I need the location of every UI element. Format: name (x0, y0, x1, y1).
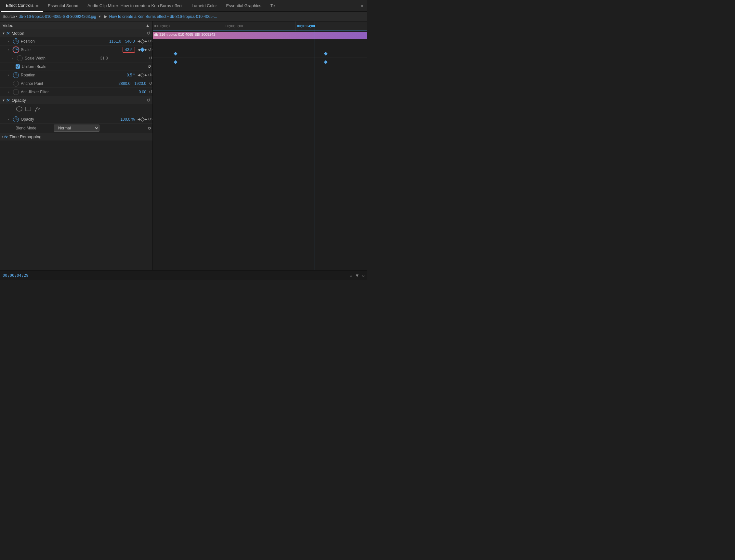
timeline-ruler: 00;00;00;00 00;00;02;00 00;00;04;00 (153, 21, 367, 31)
blend-mode-select[interactable]: Normal Dissolve Multiply Screen Overlay (54, 125, 100, 132)
bottom-circle-left[interactable]: ○ (350, 273, 352, 278)
blend-mode-reset-button[interactable]: ↺ (148, 126, 151, 131)
position-goto-next[interactable]: › (152, 39, 153, 43)
uniform-scale-reset-button[interactable]: ↺ (148, 64, 151, 69)
position-next-keyframe[interactable]: ▶ (145, 39, 147, 43)
source-dropdown-icon[interactable]: ▼ (98, 15, 101, 18)
opacity-label: Opacity (21, 117, 57, 122)
anti-flicker-reset-button[interactable]: ↺ (149, 89, 153, 94)
video-collapse-button[interactable]: ▲ (145, 23, 150, 28)
scale-width-expand-arrow[interactable]: › (12, 57, 16, 60)
opacity-reset-button[interactable]: ↺ (147, 98, 151, 103)
tab-audio-clip-mixer-label: Audio Clip Mixer: How to create a Ken Bu… (87, 3, 182, 8)
position-stopwatch-icon[interactable] (13, 38, 19, 44)
anti-flicker-label: Anti-flicker Filter (21, 90, 57, 94)
blend-mode-row: Blend Mode Normal Dissolve Multiply Scre… (0, 124, 153, 133)
timeline-clip[interactable]: db-316-tropics-010-4065-SBI-3009242 (153, 32, 367, 39)
rectangle-mask-button[interactable] (25, 105, 32, 113)
rotation-next-keyframe[interactable]: ▶ (145, 73, 147, 77)
pen-mask-button[interactable] (34, 105, 41, 113)
rotation-keyframe-diamond[interactable] (140, 73, 145, 77)
rotation-reset-button[interactable]: ↺ (148, 73, 152, 77)
opacity-goto-next[interactable]: › (152, 117, 153, 121)
scale-keyframe-controls: ◀ ▶ (138, 48, 147, 51)
bottom-circle-right[interactable]: ○ (362, 273, 365, 278)
tab-effect-controls[interactable]: Effect Controls ☰ (1, 0, 43, 12)
anchor-point-reset-button[interactable]: ↺ (149, 81, 153, 86)
scale-timeline-keyframe-2[interactable] (324, 60, 328, 64)
video-label: Video (3, 23, 13, 28)
motion-keyframe-lane (153, 49, 367, 66)
opacity-value[interactable]: 100.0 % (121, 117, 135, 122)
opacity-expand-arrow[interactable]: › (8, 118, 12, 121)
tab-effect-controls-label: Effect Controls (6, 3, 33, 8)
opacity-keyframe-diamond[interactable] (140, 117, 145, 121)
sequence-link[interactable]: How to create a Ken Burns effect • db-31… (109, 14, 217, 19)
scale-value[interactable]: 43.5 (123, 47, 135, 53)
svg-point-0 (16, 107, 22, 111)
main-layout: Video ▲ ▼ fx Motion ↺ › Position 1161.0 … (0, 21, 367, 270)
opacity-chevron-icon: ▼ (2, 99, 5, 102)
more-tabs-button[interactable]: » (359, 3, 366, 8)
tab-audio-clip-mixer[interactable]: Audio Clip Mixer: How to create a Ken Bu… (83, 0, 187, 12)
position-x-value[interactable]: 1161.0 (109, 39, 121, 44)
uniform-scale-checkbox[interactable] (16, 64, 20, 69)
video-section-header[interactable]: Video ▲ (0, 21, 153, 29)
timecode-mark-0: 00;00;00;00 (153, 21, 224, 31)
scale-stopwatch-icon[interactable] (13, 47, 19, 53)
scale-goto-next[interactable]: › (152, 48, 153, 51)
anchor-point-stopwatch-icon[interactable] (13, 81, 19, 87)
rotation-value[interactable]: 0.5 ° (127, 73, 135, 77)
scale-row: › Scale 43.5 ◀ ▶ ↺ › (0, 46, 153, 54)
anti-flicker-value[interactable]: 0.00 (139, 90, 146, 94)
scale-width-reset-button[interactable]: ↺ (149, 56, 153, 60)
position-reset-button[interactable]: ↺ (148, 39, 152, 44)
source-file-link[interactable]: db-316-tropics-010-4065-SBI-300924263.jp… (19, 14, 96, 19)
scale-keyframe-diamond[interactable] (140, 47, 145, 52)
scale-width-stopwatch-icon[interactable] (17, 55, 23, 61)
anti-flicker-stopwatch-icon[interactable] (13, 89, 19, 95)
ellipse-mask-button[interactable] (16, 105, 23, 113)
opacity-reset-button[interactable]: ↺ (148, 117, 152, 122)
position-timeline-keyframe-1[interactable] (174, 52, 177, 55)
timecode-0: 00;00;00;00 (154, 24, 171, 28)
tab-essential-sound[interactable]: Essential Sound (43, 0, 83, 12)
opacity-next-keyframe[interactable]: ▶ (145, 117, 147, 121)
scale-next-keyframe[interactable]: ▶ (145, 48, 147, 51)
tab-essential-graphics[interactable]: Essential Graphics (221, 0, 266, 12)
rotation-stopwatch-icon[interactable] (13, 72, 19, 78)
scale-expand-arrow[interactable]: › (8, 48, 12, 51)
position-keyframe-lane (153, 49, 367, 58)
anti-flicker-expand-arrow[interactable]: › (8, 90, 12, 94)
opacity-section-label: Opacity (12, 98, 26, 103)
rotation-goto-next[interactable]: › (152, 73, 153, 77)
timecode-mark-1: 00;00;02;00 (224, 21, 296, 31)
opacity-stopwatch-icon[interactable] (13, 116, 19, 122)
anchor-point-x-value[interactable]: 2880.0 (119, 81, 131, 86)
tab-bar: Effect Controls ☰ Essential Sound Audio … (0, 0, 367, 12)
opacity-value-row: › Opacity 100.0 % ◀ ▶ ↺ › (0, 115, 153, 124)
rotation-expand-arrow[interactable]: › (8, 73, 12, 77)
motion-reset-button[interactable]: ↺ (147, 31, 151, 36)
tab-lumetri-color[interactable]: Lumetri Color (187, 0, 221, 12)
position-timeline-keyframe-2[interactable] (324, 52, 328, 55)
position-expand-arrow[interactable]: › (8, 40, 12, 43)
opacity-section-header[interactable]: ▼ fx Opacity ↺ (0, 96, 153, 104)
tab-menu-icon[interactable]: ☰ (35, 3, 39, 7)
timeline-playhead (314, 21, 314, 270)
timecode-1: 00;00;02;00 (226, 24, 243, 28)
scale-timeline-keyframe-1[interactable] (174, 60, 177, 64)
scale-reset-button[interactable]: ↺ (148, 47, 152, 52)
bottom-filter-icon[interactable]: ▼ (355, 273, 360, 278)
scale-width-value[interactable]: 31.8 (100, 56, 108, 60)
sequence-play-button[interactable]: ▶ (104, 14, 107, 19)
position-y-value[interactable]: 540.0 (125, 39, 135, 44)
timecode-2: 00;00;04;00 (297, 24, 315, 28)
motion-section-header[interactable]: ▼ fx Motion ↺ (0, 29, 153, 37)
timecode-mark-2: 00;00;04;00 (296, 21, 367, 31)
anchor-point-y-value[interactable]: 1920.0 (134, 81, 146, 86)
position-keyframe-diamond[interactable] (140, 39, 145, 43)
time-remapping-section-header[interactable]: › fx Time Remapping (0, 133, 153, 140)
bottom-controls: ○ ▼ ○ (350, 273, 365, 278)
tab-te[interactable]: Te (266, 0, 280, 12)
